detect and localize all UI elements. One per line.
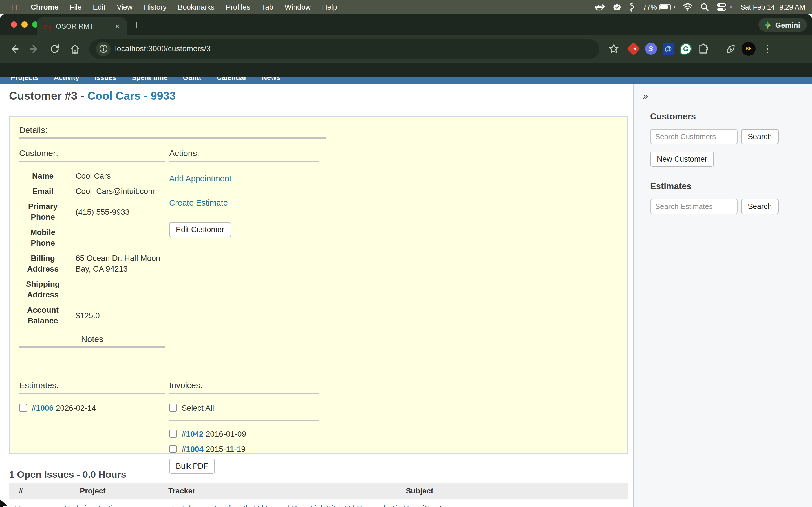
forward-button[interactable]	[25, 39, 44, 58]
col-subject: Subject	[211, 483, 628, 499]
invoice-date: 2016-01-09	[206, 429, 246, 438]
invoice-checkbox[interactable]	[169, 430, 177, 438]
nav-calendar[interactable]: Calendar	[216, 76, 247, 84]
nav-spent-time[interactable]: Spent time	[132, 76, 168, 84]
page-title: Customer #3 - Cool Cars - 9933	[9, 90, 633, 103]
open-issues-table: # Project Tracker Subject 77 Redmine Tes…	[9, 483, 628, 507]
menubar-time[interactable]: 9:29 AM	[779, 3, 805, 11]
tab-strip: OSOR RMT ✕ + Gemini	[0, 14, 812, 35]
add-appointment-link[interactable]: Add Appointment	[169, 174, 319, 183]
home-button[interactable]	[65, 39, 85, 58]
customer-fields: Name Cool Cars Email Cool_Cars@intuit.co…	[19, 171, 165, 326]
control-center-icon[interactable]	[717, 3, 726, 11]
nav-activity[interactable]: Activity	[54, 76, 79, 84]
sidebar-collapse-icon[interactable]: »	[643, 91, 648, 102]
estimate-link[interactable]: #1006	[32, 403, 54, 412]
nav-gantt[interactable]: Gantt	[183, 76, 201, 84]
toolbar-divider	[717, 43, 717, 54]
select-all-checkbox[interactable]	[169, 404, 177, 412]
menu-edit[interactable]: Edit	[87, 3, 111, 11]
battery-indicator[interactable]: 77%	[643, 3, 675, 11]
invoice-link[interactable]: #1004	[182, 445, 204, 453]
app-top-nav: Projects Activity Issues Spent time Gant…	[0, 76, 812, 84]
browser-tab[interactable]: OSOR RMT ✕	[37, 17, 127, 35]
new-customer-button[interactable]: New Customer	[650, 152, 714, 167]
extension-password-icon[interactable]: @	[661, 42, 675, 55]
tab-title: OSOR RMT	[56, 22, 112, 30]
menu-window[interactable]: Window	[279, 3, 317, 11]
minimize-window-button[interactable]	[21, 21, 28, 27]
extensions-puzzle-icon[interactable]	[696, 42, 710, 55]
close-window-button[interactable]	[11, 21, 17, 27]
menu-profiles[interactable]: Profiles	[220, 3, 256, 11]
search-estimates-button[interactable]: Search	[741, 199, 779, 214]
field-label: Name	[19, 171, 66, 181]
battery-saver-leaf-icon[interactable]	[724, 42, 738, 55]
menu-help[interactable]: Help	[316, 3, 343, 11]
wifi-icon[interactable]	[683, 3, 693, 11]
issue-tracker: Install	[172, 504, 192, 507]
customer-details-panel: Details: Customer: Name Cool Cars Email	[9, 116, 628, 454]
select-all-row: Select All	[169, 403, 319, 412]
profile-avatar[interactable]: BF	[742, 42, 756, 56]
spotlight-search-icon[interactable]	[700, 3, 709, 11]
gemini-sparkle-icon	[763, 20, 772, 29]
battery-percent: 77%	[643, 3, 657, 11]
field-label: Account Balance	[19, 305, 66, 326]
bookmark-star-icon[interactable]	[604, 39, 623, 58]
mouse-cursor	[0, 495, 14, 507]
apple-logo-icon[interactable]: 	[11, 3, 17, 11]
nav-issues[interactable]: Issues	[94, 76, 116, 84]
search-estimates-input[interactable]	[650, 199, 738, 214]
squiggle-app-icon[interactable]	[629, 2, 635, 12]
sidebar-estimates-heading: Estimates	[650, 181, 812, 191]
extension-red-icon[interactable]	[626, 42, 640, 55]
issue-subject-link[interactable]: Teraflex Jk: Hd Forged Drag Link Kit & H…	[213, 504, 419, 507]
back-button[interactable]	[4, 39, 24, 58]
menu-bookmarks[interactable]: Bookmarks	[172, 3, 220, 11]
customer-name-link[interactable]: Cool Cars - 9933	[87, 90, 175, 102]
search-customers-button[interactable]: Search	[741, 129, 779, 144]
notes-section: Notes	[19, 334, 165, 348]
field-value: (415) 555-9933	[75, 207, 172, 217]
menu-tab[interactable]: Tab	[256, 3, 279, 11]
edit-customer-button[interactable]: Edit Customer	[169, 222, 231, 237]
issue-project-link[interactable]: Redmine Testing	[64, 504, 121, 507]
reload-button[interactable]	[45, 39, 64, 58]
bulk-pdf-button[interactable]: Bulk PDF	[169, 459, 215, 474]
address-bar[interactable]: localhost:3000/customers/3	[89, 39, 599, 58]
macos-menubar:  Chrome File Edit View History Bookmark…	[0, 0, 812, 14]
nav-projects[interactable]: Projects	[11, 76, 39, 84]
tab-close-icon[interactable]: ✕	[112, 22, 122, 30]
url-text[interactable]: localhost:3000/customers/3	[115, 45, 211, 53]
field-label: Mobile Phone	[19, 227, 66, 248]
site-info-icon[interactable]	[96, 41, 110, 56]
menu-chrome[interactable]: Chrome	[25, 3, 64, 11]
badge-status-icon[interactable]	[613, 3, 621, 11]
invoice-row: #1004 2015-11-19	[169, 445, 319, 453]
field-value: 65 Ocean Dr. Half Moon Bay, CA 94213	[75, 253, 172, 274]
docker-icon[interactable]	[595, 3, 605, 11]
nav-news[interactable]: News	[262, 76, 280, 84]
menu-view[interactable]: View	[111, 3, 138, 11]
search-customers-input[interactable]	[650, 129, 738, 144]
menu-file[interactable]: File	[64, 3, 87, 11]
issue-status: (New)	[422, 504, 442, 507]
extension-squarespace-icon[interactable]: S	[644, 42, 658, 55]
estimate-checkbox[interactable]	[19, 404, 27, 412]
actions-heading: Actions:	[169, 148, 319, 158]
menu-history[interactable]: History	[138, 3, 172, 11]
menubar-date[interactable]: Sat Feb 14	[741, 3, 775, 11]
actions-divider	[169, 161, 319, 162]
invoice-row: #1042 2016-01-09	[169, 429, 319, 438]
col-project: Project	[33, 483, 153, 499]
new-tab-button[interactable]: +	[130, 18, 143, 32]
invoice-checkbox[interactable]	[169, 445, 177, 453]
extension-grammarly-icon[interactable]: G	[679, 42, 693, 55]
select-all-label: Select All	[182, 403, 214, 412]
invoice-link[interactable]: #1042	[182, 429, 204, 438]
create-estimate-link[interactable]: Create Estimate	[169, 198, 319, 207]
gemini-button[interactable]: Gemini	[758, 18, 807, 32]
chrome-menu-icon[interactable]: ⋮	[760, 43, 776, 54]
estimate-date: 2026-02-14	[56, 403, 96, 412]
